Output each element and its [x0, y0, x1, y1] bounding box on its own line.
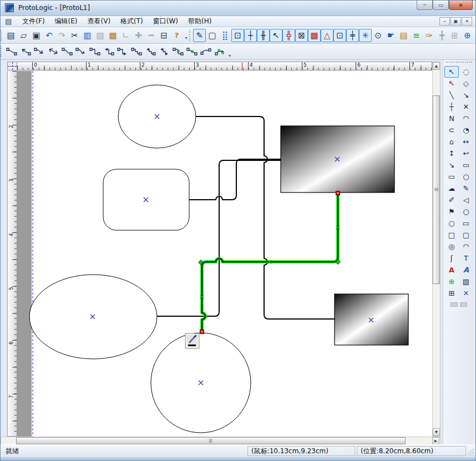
- select-tool[interactable]: ↖: [444, 66, 459, 78]
- rounded-elbow-connector-icon[interactable]: [171, 45, 185, 58]
- v-dimension-tool[interactable]: ↕: [444, 148, 459, 159]
- mdi-minimize-button[interactable]: ─: [439, 17, 450, 26]
- menu-window[interactable]: 窗口(W): [148, 16, 183, 27]
- scroll-right-arrow[interactable]: ▶: [432, 437, 439, 445]
- snap-points-toggle-icon[interactable]: ╬: [282, 29, 295, 42]
- redo-icon[interactable]: ↷: [55, 29, 68, 42]
- palette-more-buttons[interactable]: [450, 302, 467, 307]
- arc-tool[interactable]: ⊂: [444, 124, 459, 136]
- wide-rect-tool[interactable]: ▭: [459, 217, 473, 229]
- help-icon[interactable]: ?: [170, 29, 183, 42]
- open-icon[interactable]: ▱: [17, 29, 30, 42]
- arc-handle-tool[interactable]: ◠: [459, 113, 473, 124]
- rect-callout-tool[interactable]: ▭: [444, 171, 459, 183]
- add-icon[interactable]: ✚: [132, 29, 145, 42]
- rounded-rect-tool[interactable]: ▢: [459, 229, 473, 241]
- line-tool[interactable]: ╲: [444, 89, 459, 101]
- straight-connector-icon[interactable]: [4, 45, 18, 58]
- table-tool[interactable]: ⊞: [444, 287, 459, 299]
- grid-snap-toggle-icon[interactable]: ╫: [257, 29, 270, 42]
- curve-connector-icon[interactable]: [60, 45, 74, 58]
- mdi-close-button[interactable]: ✕: [462, 17, 472, 26]
- connector-points-toggle-icon[interactable]: ✳: [359, 29, 372, 42]
- node-line-connector-icon[interactable]: [185, 45, 199, 58]
- toolbar-overflow-chevron[interactable]: ▾: [229, 53, 231, 59]
- pencil-curve-tool[interactable]: ✎: [459, 183, 473, 194]
- pattern-grid-icon[interactable]: ╋: [436, 29, 448, 42]
- mdi-restore-button[interactable]: ▣: [450, 17, 461, 26]
- arrow-line-tool[interactable]: ↘: [459, 89, 473, 101]
- curve-arrow-connector-icon[interactable]: [74, 45, 88, 58]
- pan-hand-icon[interactable]: ☛: [384, 29, 397, 42]
- mini-rect-tool[interactable]: ▭: [459, 159, 473, 171]
- picture-tool[interactable]: ▨: [459, 276, 473, 287]
- print-icon[interactable]: ⊟: [158, 29, 170, 42]
- save-icon[interactable]: ▣: [30, 29, 43, 42]
- triangle-snap-toggle-icon[interactable]: △: [321, 29, 333, 42]
- squiggle-tool[interactable]: ʃ: [444, 252, 459, 264]
- arrow-shape-tool[interactable]: ◁: [459, 194, 473, 206]
- window-resize-grip[interactable]: [468, 446, 474, 456]
- cut-icon[interactable]: ✂: [68, 29, 81, 42]
- menu-edit[interactable]: 编辑(E): [50, 16, 83, 27]
- wordart-tool[interactable]: A: [459, 264, 473, 276]
- step-connector-icon[interactable]: [129, 45, 143, 58]
- elbow-arrow-connector-icon[interactable]: [102, 45, 115, 58]
- elbow-connector-icon[interactable]: [88, 45, 102, 58]
- circle-tool[interactable]: ○: [444, 217, 459, 229]
- minimize-button[interactable]: ─: [417, 1, 433, 10]
- delete-tool[interactable]: ✕: [459, 287, 473, 299]
- arc-connector-icon[interactable]: [199, 45, 212, 58]
- horizontal-scrollbar-thumb[interactable]: [16, 437, 406, 444]
- guides-toggle-icon[interactable]: ┼: [244, 29, 257, 42]
- snap-object-toggle-icon[interactable]: ↖: [270, 29, 282, 42]
- connector-endpoint-handle[interactable]: [336, 191, 340, 195]
- scroll-up-arrow[interactable]: ▲: [433, 62, 440, 70]
- curve-cross-tool[interactable]: ✕: [459, 101, 473, 113]
- pie-tool[interactable]: ◔: [459, 124, 473, 136]
- cloud-callout-tool[interactable]: ☁: [444, 183, 459, 194]
- paste-picture-icon[interactable]: ▩: [107, 29, 119, 42]
- close-button[interactable]: ✕: [449, 1, 473, 10]
- more-tools-icon[interactable]: ⊕: [461, 29, 474, 42]
- handles-toggle-icon[interactable]: ▩: [308, 29, 321, 42]
- titlebar[interactable]: ProtoLogic - [ProtoL1] ─▭✕: [1, 1, 475, 16]
- fence-toggle-icon[interactable]: ╪: [346, 29, 359, 42]
- horizontal-scrollbar[interactable]: ▶: [1, 437, 441, 445]
- box-edit-toggle-icon[interactable]: ⊡: [333, 29, 346, 42]
- copy-icon[interactable]: ▥: [81, 29, 94, 42]
- properties-icon[interactable]: ▤: [397, 29, 410, 42]
- maximize-button[interactable]: ▭: [433, 1, 449, 10]
- callout-arrow-tool[interactable]: ↩: [459, 148, 473, 159]
- text-tool[interactable]: T: [459, 252, 473, 264]
- polyline-tool[interactable]: N: [444, 113, 459, 124]
- node-edit-tool[interactable]: ◇: [459, 78, 473, 89]
- arrow-end-connector-icon[interactable]: [32, 45, 46, 58]
- step-arrow-connector-icon[interactable]: [143, 45, 157, 58]
- arc-node-connector-icon[interactable]: [212, 45, 226, 58]
- freehand-fill-tool[interactable]: ✐: [444, 194, 459, 206]
- draw-mode-icon[interactable]: ✎: [193, 29, 206, 42]
- paste-icon[interactable]: ▨: [94, 29, 107, 42]
- vertical-scrollbar-thumb[interactable]: [433, 95, 440, 284]
- h-dimension-tool[interactable]: ↔: [459, 136, 473, 148]
- round-callout-tool[interactable]: ○: [459, 171, 473, 183]
- arrow-start-connector-icon[interactable]: [18, 45, 32, 58]
- menu-format[interactable]: 格式(T): [115, 16, 148, 27]
- hyperlink-globe-tool[interactable]: ⊕: [444, 276, 459, 287]
- measure-icon[interactable]: ∟: [119, 29, 132, 42]
- toolbar-overflow-chevron[interactable]: ▾: [183, 29, 189, 42]
- vertical-scrollbar[interactable]: ▲ ▼: [432, 62, 440, 437]
- square-tool[interactable]: □: [444, 229, 459, 241]
- lasso-select-tool[interactable]: ◌: [459, 66, 473, 78]
- palette-grip[interactable]: [445, 62, 472, 65]
- drawing-canvas[interactable]: [17, 71, 432, 437]
- double-arrow-connector-icon[interactable]: [46, 45, 60, 58]
- connector-endpoint-handle[interactable]: [200, 330, 204, 334]
- text-block-tool[interactable]: A: [444, 264, 459, 276]
- point-curve-tool[interactable]: ◠: [459, 241, 473, 252]
- menu-view[interactable]: 查看(V): [83, 16, 116, 27]
- blob-curve-tool[interactable]: ◎: [444, 241, 459, 252]
- ellipse-tool[interactable]: ○: [459, 206, 473, 217]
- frame-select-toggle-icon[interactable]: ⊡: [231, 29, 244, 42]
